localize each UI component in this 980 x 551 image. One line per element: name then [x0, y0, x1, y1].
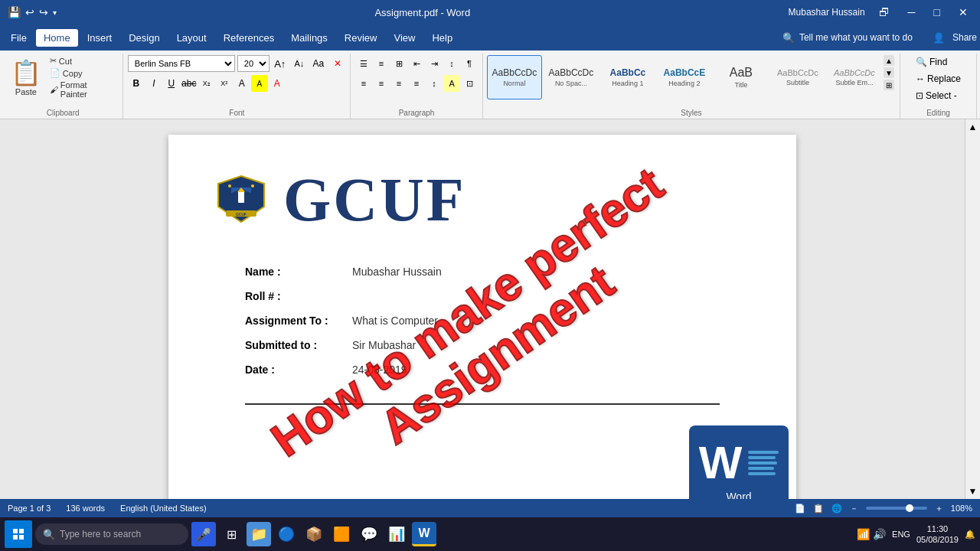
doc-row-assignment: Assignment To : What is Computer: [245, 315, 720, 327]
border-button[interactable]: ⊡: [461, 75, 478, 92]
language-indicator[interactable]: ENG: [892, 530, 910, 539]
align-left-button[interactable]: ≡: [355, 75, 372, 92]
svg-rect-12: [19, 535, 24, 540]
replace-button[interactable]: ↔ Replace: [913, 72, 964, 86]
font-size-select[interactable]: 20: [237, 55, 270, 72]
align-center-button[interactable]: ≡: [373, 75, 390, 92]
cut-button[interactable]: ✂ Cut: [47, 55, 118, 67]
scroll-up-button[interactable]: ▲: [966, 119, 980, 135]
window-switch-icon[interactable]: 🗗: [874, 6, 894, 18]
taskbar-app5[interactable]: 💬: [357, 522, 381, 546]
network-icon[interactable]: 📶: [857, 528, 870, 540]
redo-icon[interactable]: ↪: [39, 6, 48, 18]
taskbar-app4[interactable]: 🟧: [329, 522, 354, 546]
read-mode-icon[interactable]: 📄: [795, 504, 805, 514]
decrease-indent-button[interactable]: ⇤: [408, 55, 425, 72]
style-normal[interactable]: AaBbCcDc Normal: [487, 55, 542, 99]
menu-layout[interactable]: Layout: [169, 29, 214, 47]
start-button[interactable]: [5, 520, 32, 548]
taskbar-cortana[interactable]: 🎤: [191, 522, 216, 546]
vertical-scrollbar[interactable]: ▲ ▼: [965, 119, 980, 499]
style-more[interactable]: ⊞: [884, 80, 894, 90]
taskbar-search[interactable]: 🔍 Type here to search: [35, 523, 188, 545]
multilevel-button[interactable]: ⊞: [390, 55, 407, 72]
menu-references[interactable]: References: [216, 29, 282, 47]
clock[interactable]: 11:30 05/08/2019: [916, 523, 959, 546]
taskbar-task-view[interactable]: ⊞: [219, 522, 243, 546]
style-scroll-up[interactable]: ▲: [884, 55, 894, 66]
menu-insert[interactable]: Insert: [80, 29, 120, 47]
menu-mailings[interactable]: Mailings: [283, 29, 335, 47]
menu-design[interactable]: Design: [121, 29, 167, 47]
minimize-button[interactable]: ─: [903, 6, 920, 18]
style-title[interactable]: AaB Title: [714, 55, 769, 99]
document-divider: [245, 403, 720, 405]
clear-format-button[interactable]: ✕: [329, 55, 346, 72]
show-formatting-button[interactable]: ¶: [461, 55, 478, 72]
menu-view[interactable]: View: [386, 29, 423, 47]
zoom-slider[interactable]: [866, 507, 927, 510]
menu-help[interactable]: Help: [424, 29, 460, 47]
web-layout-icon[interactable]: 🌐: [831, 504, 842, 514]
font-name-select[interactable]: Berlin Sans FB: [128, 55, 235, 72]
justify-button[interactable]: ≡: [408, 75, 425, 92]
style-heading1[interactable]: AaBbCc Heading 1: [600, 55, 655, 99]
print-layout-icon[interactable]: 📋: [813, 504, 824, 514]
highlight-button[interactable]: A: [251, 75, 268, 92]
style-no-spacing[interactable]: AaBbCcDc No Spac...: [544, 55, 599, 99]
style-heading2[interactable]: AaBbCcE Heading 2: [657, 55, 712, 99]
doc-row-name: Name : Mubashar Hussain: [245, 266, 720, 278]
undo-icon[interactable]: ↩: [25, 6, 34, 18]
underline-button[interactable]: U: [163, 75, 180, 92]
change-case-button[interactable]: Aa: [310, 55, 327, 72]
format-painter-button[interactable]: 🖌 Format Painter: [47, 80, 118, 99]
styles-gallery: AaBbCcDc Normal AaBbCcDc No Spac... AaBb…: [487, 55, 882, 99]
svg-rect-3: [238, 191, 244, 203]
strikethrough-button[interactable]: abc: [181, 75, 198, 92]
sort-button[interactable]: ↕: [443, 55, 460, 72]
doc-row-date: Date : 24-08-2019: [245, 364, 720, 376]
bullets-button[interactable]: ☰: [355, 55, 372, 72]
taskbar-chrome[interactable]: 🔵: [274, 522, 299, 546]
paste-button[interactable]: 📋 Paste: [8, 55, 44, 99]
taskbar-app3[interactable]: 📦: [302, 522, 326, 546]
menu-file[interactable]: File: [3, 29, 34, 47]
scroll-down-button[interactable]: ▼: [966, 484, 980, 499]
find-button[interactable]: 🔍 Find: [913, 55, 950, 69]
volume-icon[interactable]: 🔊: [873, 528, 886, 540]
subscript-button[interactable]: X₂: [198, 75, 215, 92]
share-button[interactable]: Share: [952, 32, 977, 43]
document-area[interactable]: GCUF GCUF Name : Mubashar Hussain Roll #…: [0, 119, 965, 499]
tell-me-search[interactable]: Tell me what you want to do: [799, 32, 913, 43]
numbering-button[interactable]: ≡: [373, 55, 390, 72]
save-icon[interactable]: 💾: [8, 6, 21, 18]
menu-review[interactable]: Review: [337, 29, 385, 47]
superscript-button[interactable]: X²: [216, 75, 233, 92]
style-subtle-em[interactable]: AaBbCcDc Subtle Em...: [827, 55, 882, 99]
grow-font-button[interactable]: A↑: [272, 55, 289, 72]
align-right-button[interactable]: ≡: [390, 75, 407, 92]
maximize-button[interactable]: □: [929, 6, 945, 18]
zoom-thumb[interactable]: [906, 504, 913, 512]
font-color-button[interactable]: A: [269, 75, 286, 92]
copy-button[interactable]: 📄 Copy: [47, 67, 118, 79]
zoom-out-button[interactable]: －: [850, 503, 858, 514]
zoom-in-button[interactable]: ＋: [935, 503, 943, 514]
menu-home[interactable]: Home: [36, 29, 78, 47]
select-button[interactable]: ⊡ Select -: [913, 89, 960, 103]
style-subtitle[interactable]: AaBbCcDc Subtitle: [770, 55, 825, 99]
taskbar-file-explorer[interactable]: 📁: [247, 522, 271, 546]
taskbar-app6[interactable]: 📊: [384, 522, 409, 546]
text-effect-button[interactable]: A: [234, 75, 250, 92]
page-info: Page 1 of 3: [8, 504, 51, 513]
shrink-font-button[interactable]: A↓: [291, 55, 308, 72]
close-button[interactable]: ✕: [954, 6, 972, 18]
bold-button[interactable]: B: [128, 75, 145, 92]
line-spacing-button[interactable]: ↕: [426, 75, 443, 92]
increase-indent-button[interactable]: ⇥: [426, 55, 443, 72]
notifications-icon[interactable]: 🔔: [965, 530, 975, 540]
style-scroll-down[interactable]: ▼: [884, 67, 894, 78]
shading-button[interactable]: A: [443, 75, 460, 92]
taskbar-word[interactable]: W: [412, 522, 436, 546]
italic-button[interactable]: I: [145, 75, 162, 92]
